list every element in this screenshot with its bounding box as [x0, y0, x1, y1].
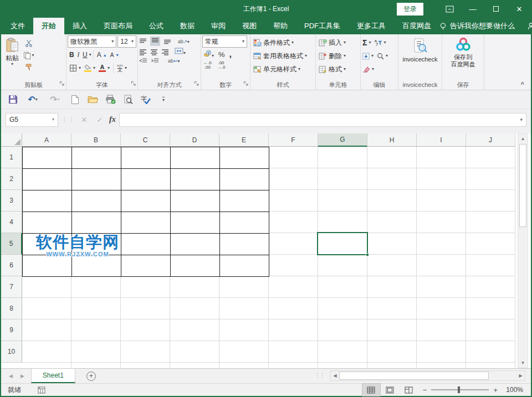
tab-pdf-tools[interactable]: PDF工具集	[296, 18, 349, 34]
tab-more-tools[interactable]: 更多工具	[349, 18, 394, 34]
row-header-7[interactable]: 7	[1, 276, 22, 298]
column-header-a[interactable]: A	[22, 133, 71, 147]
scroll-up-icon[interactable]: ▲	[518, 134, 528, 143]
phonetic-guide-button[interactable]: wén文 ▾	[115, 62, 129, 74]
format-painter-button[interactable]	[22, 61, 35, 74]
format-cells-button[interactable]: 格式 ▾	[317, 63, 359, 75]
format-as-table-button[interactable]: 套用表格格式 ▾	[252, 50, 314, 62]
scroll-right-icon[interactable]: ▶	[516, 371, 525, 380]
column-header-h[interactable]: H	[367, 133, 417, 147]
number-dialog-launcher-icon[interactable]	[243, 80, 249, 88]
zoom-slider-thumb[interactable]	[458, 386, 460, 393]
conditional-formatting-button[interactable]: 条件格式 ▾	[252, 37, 314, 49]
underline-button[interactable]: U	[81, 49, 89, 61]
bordered-cell-range-a1-e6[interactable]	[22, 147, 269, 277]
font-color-button[interactable]: A ▾	[97, 62, 111, 74]
row-header-8[interactable]: 8	[1, 298, 22, 319]
tab-page-layout[interactable]: 页面布局	[95, 18, 141, 34]
decrease-font-button[interactable]: A▼	[109, 49, 121, 61]
tab-insert[interactable]: 插入	[64, 18, 95, 34]
vertical-scrollbar-thumb[interactable]	[519, 144, 526, 227]
new-document-button[interactable]	[68, 93, 82, 106]
row-header-4[interactable]: 4	[1, 212, 22, 233]
comma-style-button[interactable]: ,	[229, 49, 232, 59]
share-button[interactable]: 共享	[527, 21, 532, 31]
paste-button[interactable]: 粘贴 ▾	[2, 35, 22, 80]
fill-color-button[interactable]: ▾	[83, 62, 97, 74]
invoicecheck-button[interactable]: invoicecheck	[400, 35, 441, 80]
formula-bar-input[interactable]: ▾	[119, 113, 526, 127]
zoom-slider[interactable]	[431, 389, 489, 390]
sheet-tab-sheet1[interactable]: Sheet1	[31, 369, 75, 383]
find-select-button[interactable]: ▾	[376, 50, 388, 62]
autosum-button[interactable]: Σ▾	[362, 37, 371, 49]
horizontal-scrollbar[interactable]: ◀ ▶	[330, 370, 525, 381]
save-button[interactable]	[6, 93, 20, 106]
increase-font-button[interactable]: A▲	[95, 49, 109, 61]
row-header-1[interactable]: 1	[1, 147, 22, 168]
percent-style-button[interactable]: %	[218, 50, 225, 59]
insert-cells-button[interactable]: 插入 ▾	[317, 37, 359, 49]
minimize-button[interactable]: —	[461, 0, 484, 18]
underline-dropdown-icon[interactable]: ▾	[89, 53, 91, 57]
zoom-in-button[interactable]: +	[489, 386, 502, 394]
merge-center-button[interactable]: ▾	[175, 48, 186, 56]
row-header-10[interactable]: 10	[1, 341, 22, 363]
insert-function-button[interactable]: fx	[109, 115, 116, 124]
align-right-icon[interactable]	[161, 49, 169, 55]
macro-record-button[interactable]	[38, 386, 45, 394]
borders-button[interactable]: ▾	[68, 62, 83, 74]
align-left-icon[interactable]	[139, 49, 147, 55]
collapse-ribbon-icon[interactable]: ^	[521, 81, 524, 87]
add-sheet-button[interactable]: +	[86, 372, 96, 381]
close-button[interactable]: ✕	[508, 0, 531, 18]
align-middle-button[interactable]	[150, 37, 160, 46]
redo-button[interactable]: ↷▾	[45, 93, 64, 106]
view-page-break-button[interactable]	[400, 383, 418, 396]
font-name-select[interactable]: 微软雅黑 ▾	[68, 35, 116, 48]
row-header-9[interactable]: 9	[1, 319, 22, 341]
decrease-decimal-button[interactable]: .00→.0	[217, 61, 226, 70]
expand-formula-bar-icon[interactable]: ▾	[520, 117, 523, 122]
row-header-2[interactable]: 2	[1, 168, 22, 190]
view-page-layout-button[interactable]	[381, 383, 400, 396]
print-preview-button[interactable]	[121, 93, 135, 106]
italic-button[interactable]: I	[76, 49, 81, 61]
column-header-g-selected[interactable]: G	[318, 133, 367, 147]
cell-styles-button[interactable]: 单元格样式 ▾	[252, 63, 314, 75]
tab-formulas[interactable]: 公式	[141, 18, 172, 34]
tab-file[interactable]: 文件	[2, 18, 33, 34]
tell-me-box[interactable]: 告诉我你想要做什么	[439, 21, 515, 31]
font-size-select[interactable]: 12 ▾	[117, 35, 136, 48]
tab-home[interactable]: 开始	[33, 18, 64, 34]
tab-help[interactable]: 帮助	[265, 18, 296, 34]
column-header-j[interactable]: J	[466, 133, 515, 147]
tab-scrollbar-splitter[interactable]: ⋮⋮	[315, 372, 325, 378]
vertical-scrollbar[interactable]: ▲ ▼	[518, 133, 528, 368]
enter-button[interactable]: ✓	[94, 116, 106, 124]
spell-check-button[interactable]: 字	[139, 93, 153, 106]
scroll-down-icon[interactable]: ▼	[518, 358, 528, 368]
increase-decimal-button[interactable]: ←.0.00	[203, 61, 212, 70]
fill-handle[interactable]	[366, 253, 369, 256]
tab-view[interactable]: 视图	[234, 18, 265, 34]
column-header-d[interactable]: D	[170, 133, 219, 147]
name-box[interactable]: G5 ▾	[6, 113, 58, 127]
row-header-5-selected[interactable]: 5	[1, 233, 22, 255]
ribbon-display-options-icon[interactable]	[438, 0, 461, 18]
tab-baidu-netdisk[interactable]: 百度网盘	[394, 18, 439, 34]
zoom-level[interactable]: 100%	[502, 386, 531, 394]
font-dialog-launcher-icon[interactable]	[131, 80, 136, 88]
zoom-out-button[interactable]: −	[418, 386, 432, 394]
formula-bar-resize-handle[interactable]: ⋮⋮	[62, 116, 75, 123]
row-header-6[interactable]: 6	[1, 255, 22, 276]
login-button[interactable]: 登录	[397, 3, 423, 16]
horizontal-scrollbar-thumb[interactable]	[339, 372, 489, 380]
wrap-text-button[interactable]: ab↩▾	[168, 58, 180, 64]
column-header-f[interactable]: F	[269, 133, 318, 147]
quick-print-button[interactable]	[103, 93, 117, 106]
increase-indent-icon[interactable]	[151, 58, 159, 64]
cut-button[interactable]	[22, 37, 35, 49]
column-header-c[interactable]: C	[121, 133, 170, 147]
delete-cells-button[interactable]: 删除 ▾	[317, 50, 359, 62]
